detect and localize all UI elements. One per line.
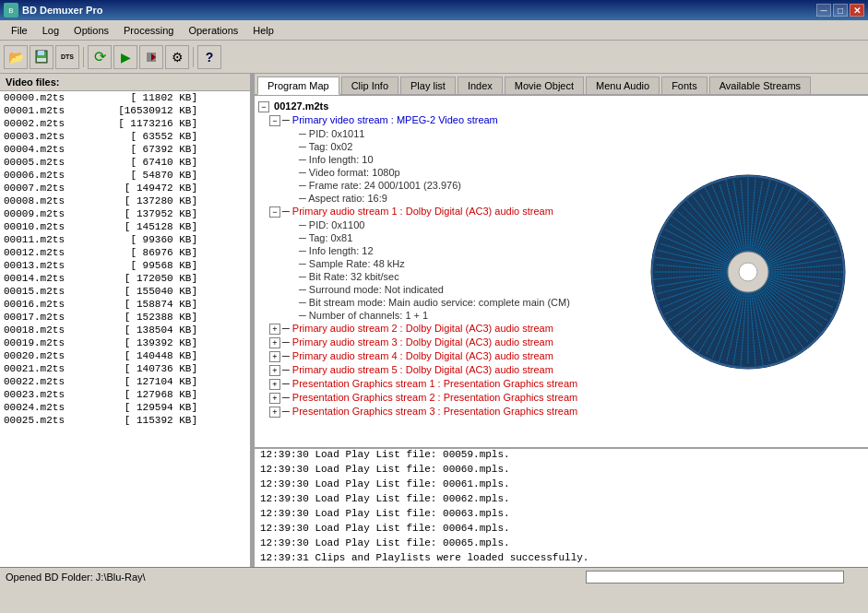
file-item[interactable]: 00021.m2ts[ 140736 KB] bbox=[0, 362, 250, 375]
file-item[interactable]: 00006.m2ts[ 54870 KB] bbox=[0, 169, 250, 182]
tab-program-map[interactable]: Program Map bbox=[257, 77, 339, 95]
log-line: 12:39:30 Load Play List file: 00062.mpls… bbox=[260, 491, 862, 506]
settings-btn[interactable]: ⚙ bbox=[165, 45, 189, 69]
file-item[interactable]: 00003.m2ts[ 63552 KB] bbox=[0, 130, 250, 143]
file-item[interactable]: 00000.m2ts[ 11802 KB] bbox=[0, 91, 250, 104]
tree-node[interactable]: −─ Primary video stream : MPEG-2 Video s… bbox=[258, 113, 624, 127]
left-panel: Video files: 00000.m2ts[ 11802 KB]00001.… bbox=[0, 74, 251, 567]
toolbar-sep-1 bbox=[83, 47, 84, 67]
file-item[interactable]: 00010.m2ts[ 145128 KB] bbox=[0, 220, 250, 233]
tree-node[interactable]: +─ Primary audio stream 3 : Dolby Digita… bbox=[258, 336, 624, 349]
file-item[interactable]: 00019.m2ts[ 139392 KB] bbox=[0, 336, 250, 349]
tree-root-expand[interactable]: − bbox=[258, 101, 269, 112]
app-title: BD Demuxer Pro bbox=[22, 5, 816, 16]
tab-movie-object[interactable]: Movie Object bbox=[505, 77, 584, 94]
file-item[interactable]: 00024.m2ts[ 129594 KB] bbox=[0, 401, 250, 414]
file-item[interactable]: 00015.m2ts[ 155040 KB] bbox=[0, 285, 250, 298]
play-btn[interactable]: ▶ bbox=[113, 45, 137, 69]
tree-root[interactable]: − 00127.m2ts bbox=[258, 100, 624, 113]
log-line: 12:39:30 Load Play List file: 00059.mpls… bbox=[260, 449, 862, 462]
help-btn[interactable]: ? bbox=[197, 45, 221, 69]
file-item[interactable]: 00025.m2ts[ 115392 KB] bbox=[0, 414, 250, 427]
open-folder-btn[interactable]: 📂 bbox=[4, 45, 28, 69]
tree-node[interactable]: +─ Presentation Graphics stream 3 : Pres… bbox=[258, 405, 624, 418]
tree-node[interactable]: +─ Primary audio stream 5 : Dolby Digita… bbox=[258, 363, 624, 377]
tree-expand-icon[interactable]: + bbox=[269, 393, 280, 404]
tree-expand-icon[interactable]: + bbox=[269, 365, 280, 376]
svg-rect-2 bbox=[37, 58, 46, 62]
tree-leaf: ─ Aspect ratio: 16:9 bbox=[258, 192, 624, 205]
tree-leaf: ─ Bit stream mode: Main audio service: c… bbox=[258, 296, 624, 309]
menu-item-operations[interactable]: Operations bbox=[181, 23, 245, 38]
file-item[interactable]: 00023.m2ts[ 127968 KB] bbox=[0, 388, 250, 401]
close-button[interactable]: ✕ bbox=[850, 4, 864, 17]
tab-menu-audio[interactable]: Menu Audio bbox=[586, 77, 660, 94]
maximize-button[interactable]: □ bbox=[833, 4, 848, 17]
log-area-container: 12:39:30 Load Play List file: 00059.mpls… bbox=[255, 447, 868, 567]
tab-index[interactable]: Index bbox=[458, 77, 503, 94]
tree-node[interactable]: −─ Primary audio stream 1 : Dolby Digita… bbox=[258, 205, 624, 218]
toolbar: 📂 DTS ⟳ ▶ ⚙ ? bbox=[0, 41, 868, 74]
menu-item-file[interactable]: File bbox=[4, 23, 35, 38]
tree-expand-icon[interactable]: + bbox=[269, 407, 280, 418]
file-item[interactable]: 00020.m2ts[ 140448 KB] bbox=[0, 349, 250, 362]
log-line: 12:39:31 Clips and Playlists were loaded… bbox=[260, 550, 862, 565]
menu-bar: FileLogOptionsProcessingOperationsHelp bbox=[0, 20, 868, 41]
minimize-button[interactable]: ─ bbox=[816, 4, 831, 17]
file-item[interactable]: 00005.m2ts[ 67410 KB] bbox=[0, 156, 250, 169]
file-item[interactable]: 00012.m2ts[ 86976 KB] bbox=[0, 246, 250, 259]
tree-leaf: ─ PID: 0x1100 bbox=[258, 218, 624, 231]
main-layout: Video files: 00000.m2ts[ 11802 KB]00001.… bbox=[0, 74, 868, 567]
tab-available-streams[interactable]: Available Streams bbox=[709, 77, 811, 94]
file-item[interactable]: 00016.m2ts[ 158874 KB] bbox=[0, 298, 250, 311]
file-item[interactable]: 00007.m2ts[ 149472 KB] bbox=[0, 182, 250, 195]
menu-item-processing[interactable]: Processing bbox=[116, 23, 181, 38]
disc-visual bbox=[628, 96, 868, 447]
refresh-btn[interactable]: ⟳ bbox=[88, 45, 112, 69]
log-line: 12:39:30 Load Play List file: 00064.mpls… bbox=[260, 521, 862, 536]
file-item[interactable]: 00013.m2ts[ 99568 KB] bbox=[0, 259, 250, 272]
log-line: 12:39:30 Load Play List file: 00063.mpls… bbox=[260, 506, 862, 521]
tree-node[interactable]: +─ Primary audio stream 4 : Dolby Digita… bbox=[258, 349, 624, 363]
file-item[interactable]: 00022.m2ts[ 127104 KB] bbox=[0, 375, 250, 388]
app-icon: B bbox=[4, 3, 18, 18]
log-scroll[interactable]: 12:39:30 Load Play List file: 00059.mpls… bbox=[255, 449, 868, 567]
tab-play-list[interactable]: Play list bbox=[400, 77, 456, 94]
file-item[interactable]: 00017.m2ts[ 152388 KB] bbox=[0, 311, 250, 324]
tree-expand-icon[interactable]: + bbox=[269, 337, 280, 348]
file-item[interactable]: 00002.m2ts[ 1173216 KB] bbox=[0, 117, 250, 130]
status-progress bbox=[586, 571, 862, 584]
menu-item-options[interactable]: Options bbox=[66, 23, 116, 38]
file-item[interactable]: 00008.m2ts[ 137280 KB] bbox=[0, 195, 250, 207]
tree-expand-icon[interactable]: + bbox=[269, 351, 280, 362]
file-item[interactable]: 00014.m2ts[ 172050 KB] bbox=[0, 272, 250, 285]
file-list[interactable]: 00000.m2ts[ 11802 KB]00001.m2ts[16530912… bbox=[0, 91, 250, 567]
tree-leaf: ─ Info length: 10 bbox=[258, 153, 624, 166]
tree-leaf: ─ Frame rate: 24 000/1001 (23.976) bbox=[258, 179, 624, 192]
tree-expand-icon[interactable]: − bbox=[269, 115, 280, 126]
menu-item-help[interactable]: Help bbox=[245, 23, 281, 38]
tree-leaf: ─ Tag: 0x81 bbox=[258, 231, 624, 244]
program-map-tree[interactable]: − 00127.m2ts−─ Primary video stream : MP… bbox=[255, 96, 628, 447]
file-item[interactable]: 00011.m2ts[ 99360 KB] bbox=[0, 233, 250, 246]
tab-clip-info[interactable]: Clip Info bbox=[341, 77, 398, 94]
file-item[interactable]: 00018.m2ts[ 138504 KB] bbox=[0, 324, 250, 336]
save-btn[interactable] bbox=[30, 45, 54, 69]
stop-btn[interactable] bbox=[139, 45, 163, 69]
log-line: 12:39:30 Load Play List file: 00061.mpls… bbox=[260, 477, 862, 491]
menu-item-log[interactable]: Log bbox=[35, 23, 66, 38]
tree-node[interactable]: +─ Presentation Graphics stream 2 : Pres… bbox=[258, 391, 624, 405]
left-panel-header: Video files: bbox=[0, 74, 250, 91]
tree-node[interactable]: +─ Presentation Graphics stream 1 : Pres… bbox=[258, 377, 624, 391]
tree-node[interactable]: +─ Primary audio stream 2 : Dolby Digita… bbox=[258, 322, 624, 336]
status-bar: Opened BD Folder: J:\Blu-Ray\ bbox=[0, 567, 868, 585]
file-item[interactable]: 00001.m2ts[16530912 KB] bbox=[0, 104, 250, 117]
file-item[interactable]: 00004.m2ts[ 67392 KB] bbox=[0, 143, 250, 156]
tree-expand-icon[interactable]: + bbox=[269, 324, 280, 335]
file-item[interactable]: 00009.m2ts[ 137952 KB] bbox=[0, 207, 250, 220]
tree-expand-icon[interactable]: − bbox=[269, 206, 280, 218]
tree-leaf: ─ Sample Rate: 48 kHz bbox=[258, 257, 624, 270]
tab-fonts[interactable]: Fonts bbox=[661, 77, 707, 94]
tree-expand-icon[interactable]: + bbox=[269, 379, 280, 390]
dolby-btn[interactable]: DTS bbox=[55, 45, 79, 69]
